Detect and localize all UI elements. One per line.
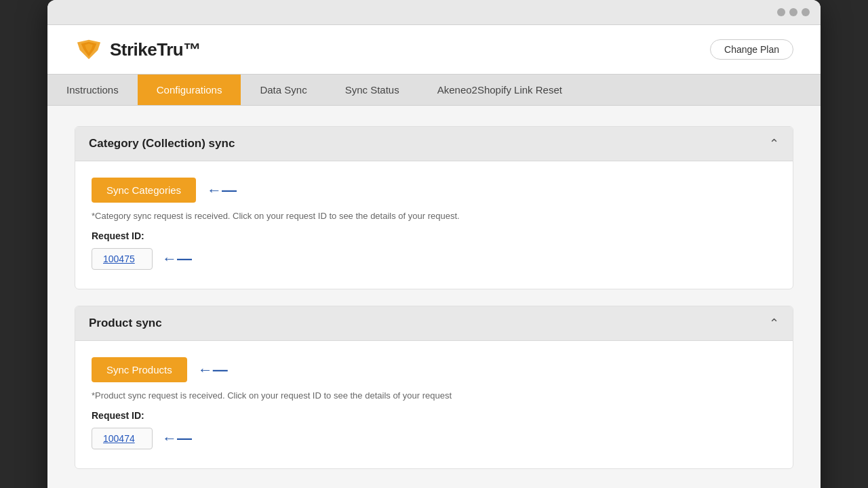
category-sync-header: Category (Collection) sync ⌃ <box>75 127 793 161</box>
category-request-id[interactable]: 100475 <box>92 248 153 270</box>
product-request-label: Request ID: <box>92 410 776 421</box>
logo-container: StrikeTru™ <box>75 37 201 62</box>
category-request-label: Request ID: <box>92 230 776 241</box>
category-sync-btn-row: Sync Categories ←— <box>92 178 776 203</box>
nav-item-data-sync[interactable]: Data Sync <box>241 75 326 105</box>
category-id-arrow-indicator: ←— <box>162 250 192 268</box>
product-sync-body: Sync Products ←— *Product sync request i… <box>75 341 793 468</box>
product-request-id-row: 100474 ←— <box>92 428 776 449</box>
category-arrow-indicator: ←— <box>207 182 237 199</box>
category-collapse-icon[interactable]: ⌃ <box>769 136 779 151</box>
product-sync-title: Product sync <box>89 317 162 330</box>
category-sync-title: Category (Collection) sync <box>89 137 235 150</box>
main-content: Category (Collection) sync ⌃ Sync Catego… <box>47 106 821 488</box>
browser-dot-2 <box>789 8 797 16</box>
product-sync-btn-row: Sync Products ←— <box>92 357 776 382</box>
nav-item-sync-status[interactable]: Sync Status <box>326 75 418 105</box>
sync-categories-button[interactable]: Sync Categories <box>92 178 196 203</box>
product-collapse-icon[interactable]: ⌃ <box>769 316 779 331</box>
nav-item-link-reset[interactable]: Akeneo2Shopify Link Reset <box>418 75 581 105</box>
nav-item-instructions[interactable]: Instructions <box>47 75 138 105</box>
product-sync-note: *Product sync request is received. Click… <box>92 390 776 401</box>
browser-chrome <box>47 0 821 25</box>
nav-item-configurations[interactable]: Configurations <box>138 75 241 105</box>
logo-text: StrikeTru™ <box>110 39 201 60</box>
category-sync-note: *Category sync request is received. Clic… <box>92 211 776 221</box>
browser-dot-1 <box>777 8 785 16</box>
product-sync-header: Product sync ⌃ <box>75 306 793 341</box>
app-header: StrikeTru™ Change Plan <box>47 25 821 74</box>
browser-window: StrikeTru™ Change Plan Instructions Conf… <box>47 0 821 488</box>
category-request-id-row: 100475 ←— <box>92 248 776 270</box>
product-id-arrow-indicator: ←— <box>162 430 192 447</box>
change-plan-button[interactable]: Change Plan <box>710 39 793 60</box>
browser-dots <box>777 8 810 16</box>
browser-dot-3 <box>802 8 810 16</box>
logo-icon <box>75 37 103 62</box>
category-sync-body: Sync Categories ←— *Category sync reques… <box>75 161 793 289</box>
product-arrow-indicator: ←— <box>198 361 228 379</box>
category-sync-section: Category (Collection) sync ⌃ Sync Catego… <box>75 126 793 289</box>
product-request-id[interactable]: 100474 <box>92 428 153 449</box>
sync-products-button[interactable]: Sync Products <box>92 357 187 382</box>
product-sync-section: Product sync ⌃ Sync Products ←— *Product… <box>75 306 793 469</box>
nav-bar: Instructions Configurations Data Sync Sy… <box>47 74 821 106</box>
